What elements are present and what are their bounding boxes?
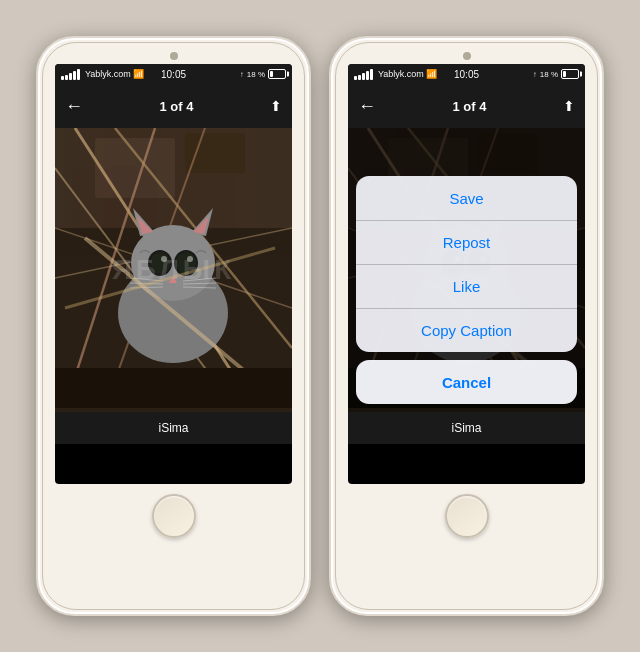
status-left-left: Yablyk.com 📶 — [61, 69, 144, 80]
carrier-left: Yablyk.com — [85, 69, 131, 79]
battery-fill-right — [563, 71, 566, 77]
status-bar-right: Yablyk.com 📶 10:05 ↑ 18 % — [348, 64, 585, 84]
battery-right — [561, 69, 579, 79]
back-button-left[interactable]: ← — [65, 96, 83, 117]
action-save[interactable]: Save — [356, 176, 577, 220]
back-button-right[interactable]: ← — [358, 96, 376, 117]
action-repost[interactable]: Repost — [356, 220, 577, 264]
iphone-right: Yablyk.com 📶 10:05 ↑ 18 % ← 1 of 4 ⬆ — [329, 36, 604, 616]
arrow-left: ↑ — [240, 70, 244, 79]
share-button-right[interactable]: ⬆ — [563, 98, 575, 114]
share-button-left[interactable]: ⬆ — [270, 98, 282, 114]
status-right-left: ↑ 18 % — [240, 69, 286, 79]
username-right: iSima — [451, 421, 481, 435]
nav-bar-left: ← 1 of 4 ⬆ — [55, 84, 292, 128]
photo-area-right: Save Repost Like Copy Caption Cancel — [348, 128, 585, 412]
username-bar-right: iSima — [348, 412, 585, 444]
screen-right: Yablyk.com 📶 10:05 ↑ 18 % ← 1 of 4 ⬆ — [348, 64, 585, 484]
action-sheet-group: Save Repost Like Copy Caption — [356, 176, 577, 352]
signal-icon-right — [354, 69, 373, 80]
arrow-right: ↑ — [533, 70, 537, 79]
carrier-right: Yablyk.com — [378, 69, 424, 79]
action-like[interactable]: Like — [356, 264, 577, 308]
svg-point-12 — [131, 225, 215, 301]
svg-rect-3 — [185, 133, 245, 173]
signal-percent-right: 18 % — [540, 70, 558, 79]
action-sheet: Save Repost Like Copy Caption Cancel — [348, 176, 585, 412]
screen-left: Yablyk.com 📶 10:05 ↑ 18 % ← 1 of 4 ⬆ — [55, 64, 292, 484]
username-bar-left: iSima — [55, 412, 292, 444]
home-button-left[interactable] — [152, 494, 196, 538]
photo-area-left: ЯБЛЫК — [55, 128, 292, 412]
nav-bar-right: ← 1 of 4 ⬆ — [348, 84, 585, 128]
speaker-right — [463, 52, 471, 60]
username-left: iSima — [158, 421, 188, 435]
speaker-left — [170, 52, 178, 60]
nav-title-left: 1 of 4 — [160, 99, 194, 114]
wifi-icon-right: 📶 — [426, 69, 437, 79]
time-right: 10:05 — [454, 69, 479, 80]
action-sheet-overlay: Save Repost Like Copy Caption Cancel — [348, 128, 585, 412]
wifi-icon-left: 📶 — [133, 69, 144, 79]
battery-left — [268, 69, 286, 79]
status-bar-left: Yablyk.com 📶 10:05 ↑ 18 % — [55, 64, 292, 84]
action-copy-caption[interactable]: Copy Caption — [356, 308, 577, 352]
status-left-right: Yablyk.com 📶 — [354, 69, 437, 80]
battery-fill-left — [270, 71, 273, 77]
signal-percent-left: 18 % — [247, 70, 265, 79]
action-cancel[interactable]: Cancel — [356, 360, 577, 404]
iphone-left: Yablyk.com 📶 10:05 ↑ 18 % ← 1 of 4 ⬆ — [36, 36, 311, 616]
time-left: 10:05 — [161, 69, 186, 80]
svg-point-21 — [150, 252, 170, 274]
svg-rect-32 — [55, 368, 292, 408]
nav-title-right: 1 of 4 — [453, 99, 487, 114]
status-right-right: ↑ 18 % — [533, 69, 579, 79]
home-button-right[interactable] — [445, 494, 489, 538]
signal-icon — [61, 69, 80, 80]
